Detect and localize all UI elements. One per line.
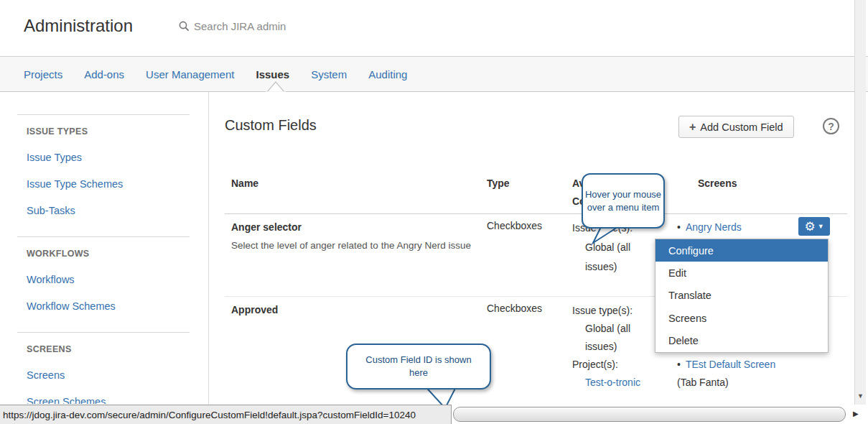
divider <box>17 236 190 237</box>
screen-link[interactable]: Angry Nerds <box>686 221 742 233</box>
sidebar-group-issue-types: ISSUE TYPES Issue Types Issue Type Schem… <box>17 126 190 219</box>
sidebar-item-workflows[interactable]: Workflows <box>27 274 190 285</box>
menu-item-edit[interactable]: Edit <box>655 262 828 284</box>
nav-tab-user-management[interactable]: User Management <box>146 68 234 80</box>
jira-admin-page: Administration Projects Add-ons User Man… <box>0 0 868 424</box>
add-custom-field-label: Add Custom Field <box>700 121 783 133</box>
screen-suffix: (Tab Fanta) <box>677 377 729 388</box>
scroll-right-arrow-icon[interactable]: ▶ <box>853 410 859 418</box>
screen-link[interactable]: TEst Default Screen <box>686 359 775 370</box>
column-header-type: Type <box>487 175 510 193</box>
sidebar-item-screen-schemes[interactable]: Screen Schemes <box>27 396 190 404</box>
context-label: Issue type(s): <box>572 302 653 320</box>
chevron-down-icon: ▼ <box>818 223 824 230</box>
custom-field-screens: •Angry Nerds <box>677 218 785 236</box>
custom-field-name: Anger selector <box>231 221 302 233</box>
add-custom-field-button[interactable]: + Add Custom Field <box>678 116 794 138</box>
sidebar-group-workflows: WORKFLOWS Workflows Workflow Schemes <box>17 249 190 315</box>
active-tab-notch <box>266 80 286 93</box>
sidebar: ISSUE TYPES Issue Types Issue Type Schem… <box>17 92 190 404</box>
sidebar-item-workflow-schemes[interactable]: Workflow Schemes <box>27 300 190 312</box>
help-icon[interactable]: ? <box>823 118 839 134</box>
nav-tab-addons[interactable]: Add-ons <box>84 68 124 80</box>
menu-item-configure[interactable]: Configure <box>655 239 828 262</box>
actions-dropdown-menu: Configure Edit Translate Screens Delete <box>655 239 829 353</box>
search-icon <box>179 21 190 32</box>
menu-item-delete[interactable]: Delete <box>655 330 828 352</box>
nav-tab-auditing[interactable]: Auditing <box>368 68 407 80</box>
gear-icon: ⚙ <box>804 221 815 233</box>
menu-item-screens[interactable]: Screens <box>655 307 828 329</box>
context-value: Global (all issues) <box>572 320 653 356</box>
sidebar-divider <box>208 92 209 404</box>
admin-nav: Projects Add-ons User Management Issues … <box>0 56 868 92</box>
sidebar-item-screens[interactable]: Screens <box>27 369 190 381</box>
divider <box>17 114 190 115</box>
scroll-down-arrow-icon[interactable]: ▼ <box>857 392 864 400</box>
divider <box>17 332 190 333</box>
nav-tab-projects[interactable]: Projects <box>24 68 62 80</box>
custom-field-screens: •TEst Default Screen (Tab Fanta) <box>677 356 776 392</box>
content-title: Custom Fields <box>225 117 317 134</box>
callout-field-id: Custom Field ID is shown here <box>346 344 491 390</box>
search-input[interactable] <box>194 20 323 32</box>
custom-field-type: Checkboxes <box>487 303 542 314</box>
sidebar-group-screens: SCREENS Screens Screen Schemes Issue Typ… <box>17 344 190 404</box>
menu-item-translate[interactable]: Translate <box>655 285 828 307</box>
context-label: Project(s): <box>572 356 653 374</box>
horizontal-scrollbar-thumb[interactable] <box>453 407 846 422</box>
column-header-name: Name <box>231 175 258 193</box>
nav-tab-system[interactable]: System <box>311 68 347 80</box>
table-header-rule <box>225 213 847 214</box>
bullet: • <box>677 359 686 370</box>
sidebar-heading-screens: SCREENS <box>27 344 190 354</box>
status-url: https://jdog.jira-dev.com/secure/admin/C… <box>3 410 416 420</box>
callout-text: Hover your mouse over a menu item <box>583 188 663 213</box>
browser-status-bar: https://jdog.jira-dev.com/secure/admin/C… <box>0 405 452 424</box>
callout-hover-menu: Hover your mouse over a menu item <box>582 173 665 229</box>
custom-field-name: Approved <box>231 304 278 315</box>
custom-field-context: Issue type(s): Global (all issues) Proje… <box>572 302 653 392</box>
sidebar-heading-issue-types: ISSUE TYPES <box>27 126 190 137</box>
custom-field-type: Checkboxes <box>487 220 542 231</box>
sidebar-item-issue-type-schemes[interactable]: Issue Type Schemes <box>27 178 190 190</box>
page-title: Administration <box>24 16 133 36</box>
column-header-screens: Screens <box>698 175 737 193</box>
callout-text: Custom Field ID is shown here <box>365 354 472 379</box>
nav-tab-issues[interactable]: Issues <box>256 68 289 80</box>
actions-gear-button[interactable]: ⚙ ▼ <box>798 217 830 236</box>
context-project-link[interactable]: Test-o-tronic <box>572 374 653 392</box>
sidebar-item-sub-tasks[interactable]: Sub-Tasks <box>27 205 190 216</box>
admin-search[interactable] <box>179 20 323 32</box>
bullet: • <box>677 221 686 233</box>
vertical-scrollbar[interactable] <box>854 0 866 405</box>
custom-field-description: Select the level of anger related to the… <box>231 238 497 253</box>
plus-icon: + <box>689 121 696 134</box>
sidebar-item-issue-types[interactable]: Issue Types <box>27 152 190 163</box>
sidebar-heading-workflows: WORKFLOWS <box>27 249 190 259</box>
